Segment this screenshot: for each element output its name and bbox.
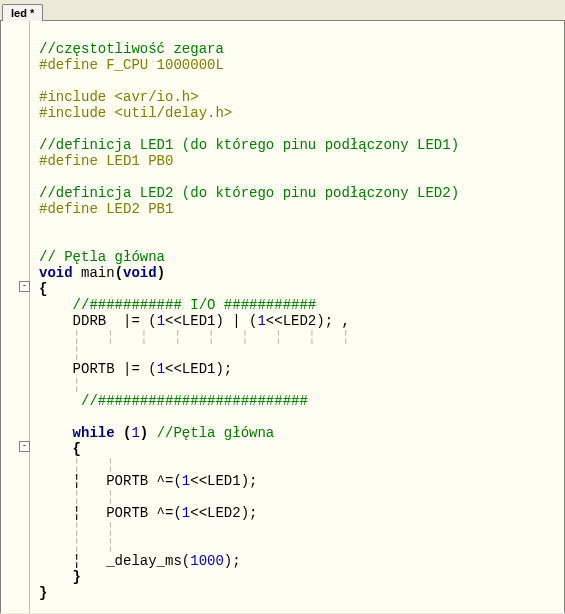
preproc-include: #include <avr/io.h> [39, 89, 199, 105]
brace-close: } [39, 569, 81, 585]
indent-guide [39, 409, 73, 425]
indent-guide: ¦ [39, 345, 81, 361]
number: 1 [157, 361, 165, 377]
keyword-void: void [123, 265, 157, 281]
paren: ) [140, 425, 157, 441]
comment: // Pętla główna [39, 249, 165, 265]
brace-open: { [39, 281, 47, 297]
paren: ( [115, 265, 123, 281]
fold-icon[interactable]: - [19, 441, 30, 452]
preproc-define: #define F_CPU 1000000L [39, 57, 224, 73]
stmt: <<LED1); [165, 361, 232, 377]
code-area[interactable]: //częstotliwość zegara #define F_CPU 100… [39, 25, 459, 614]
number: 1 [257, 313, 265, 329]
comment: //definicja LED1 (do którego pinu podłąc… [39, 137, 459, 153]
number: 1 [157, 313, 165, 329]
code-editor[interactable]: - - //częstotliwość zegara #define F_CPU… [0, 21, 565, 613]
comment: //######################### [39, 393, 308, 409]
number: 1 [182, 505, 190, 521]
brace-open: { [39, 441, 81, 457]
comment: //częstotliwość zegara [39, 41, 224, 57]
keyword-while: while [73, 425, 115, 441]
comment: //definicja LED2 (do którego pinu podłąc… [39, 185, 459, 201]
indent-guide: ¦ ¦ [39, 521, 115, 537]
stmt: ¦ PORTB ^=( [39, 473, 182, 489]
number: 1000 [190, 553, 224, 569]
preproc-define: #define LED1 PB0 [39, 153, 173, 169]
indent-guide: ¦ ¦ [39, 537, 115, 553]
stmt: ¦ PORTB ^=( [39, 505, 182, 521]
tab-led[interactable]: led * [2, 4, 43, 21]
indent-guide: ¦ ¦ [39, 489, 115, 505]
keyword-void: void [39, 265, 73, 281]
brace-close: } [39, 585, 47, 601]
indent-guide: ¦ ¦ [39, 457, 115, 473]
paren: ( [115, 425, 132, 441]
preproc-include: #include <util/delay.h> [39, 105, 232, 121]
editor-gutter: - - [1, 21, 30, 613]
indent-guide: ¦ ¦ ¦ ¦ ¦ ¦ ¦ ¦ ¦ [39, 329, 350, 345]
comment: //########### I/O ########### [39, 297, 316, 313]
tab-bar: led * [0, 0, 565, 21]
ident-main: main [73, 265, 115, 281]
stmt: <<LED1); [190, 473, 257, 489]
stmt: <<LED2); , [266, 313, 350, 329]
stmt: ); [224, 553, 241, 569]
stmt: DDRB |= ( [39, 313, 157, 329]
paren: ) [157, 265, 165, 281]
stmt: <<LED2); [190, 505, 257, 521]
stmt: <<LED1) | ( [165, 313, 257, 329]
number: 1 [182, 473, 190, 489]
stmt: ¦ _delay_ms( [39, 553, 190, 569]
indent-guide: ¦ [39, 377, 81, 393]
comment: //Pętla główna [157, 425, 275, 441]
preproc-define: #define LED2 PB1 [39, 201, 173, 217]
stmt: PORTB |= ( [39, 361, 157, 377]
fold-icon[interactable]: - [19, 281, 30, 292]
number: 1 [131, 425, 139, 441]
